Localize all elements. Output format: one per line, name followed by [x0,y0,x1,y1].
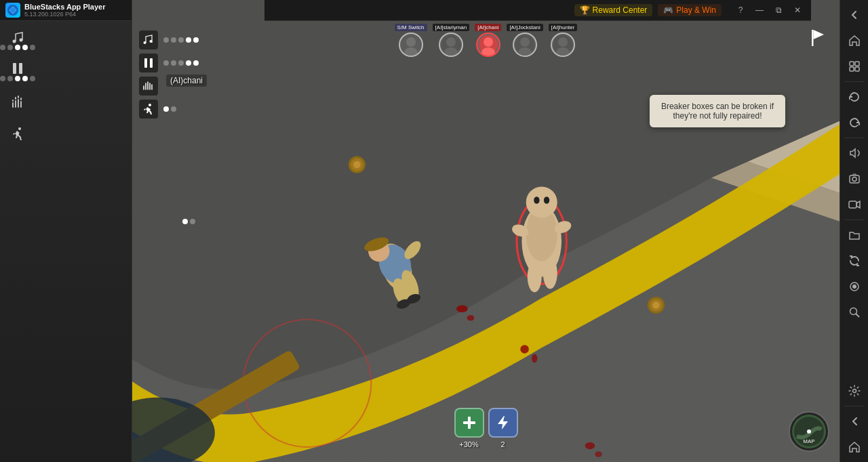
game-area: 🏆 Reward Center 🎮 Play & Win ? — ⧉ ✕ [132,0,840,462]
you-dot-inactive [190,219,195,224]
game-scene [132,0,840,462]
nav-back-button[interactable] [842,3,867,27]
back-arrow-button[interactable] [842,409,867,434]
right-sidebar [840,0,868,462]
nav-home-button[interactable] [842,28,867,53]
svg-rect-6 [19,63,22,74]
dot [30,76,35,81]
svg-point-18 [585,442,595,449]
svg-point-19 [595,451,601,457]
svg-point-83 [852,285,856,289]
divider [844,81,865,82]
volume-button[interactable] [842,141,867,165]
dot [15,76,20,81]
svg-point-16 [520,345,529,354]
dot [7,76,13,81]
svg-rect-76 [855,62,859,66]
left-title-bar: BlueStacks App Player 5.13.200.1026 P64 [0,0,132,21]
search-button[interactable] [842,300,867,324]
app-version: 5.13.200.1026 P64 [24,11,105,18]
svg-rect-78 [855,67,859,71]
help-button[interactable]: ? [732,3,749,17]
screenshot-button[interactable] [842,167,867,191]
svg-point-3 [13,40,16,43]
app-container: BlueStacks App Player 5.13.200.1026 P64 [0,0,868,462]
music-button[interactable] [3,25,33,55]
left-nav [0,21,132,152]
dot [0,45,5,50]
svg-point-4 [20,39,23,42]
svg-point-7 [18,127,21,130]
sync-button[interactable] [842,249,867,273]
svg-point-39 [534,196,539,203]
rotate-right-button[interactable] [842,110,867,135]
svg-point-40 [544,196,549,203]
folder-button[interactable] [842,223,867,247]
nav-tabs-button[interactable] [842,54,867,79]
music-dots [0,45,35,50]
svg-point-22 [353,161,360,168]
minimize-button[interactable]: — [751,3,768,17]
dot [22,45,28,50]
svg-point-43 [528,261,542,293]
svg-point-80 [852,177,856,182]
play-win-button[interactable]: 🎮 Play & Win [658,4,722,16]
dot [30,45,35,50]
play-win-label: Play & Win [676,5,716,15]
svg-rect-5 [13,63,16,74]
dot [7,45,13,50]
you-dot-active [182,219,188,224]
camera-record-button[interactable] [842,192,867,217]
reward-center-label: Reward Center [593,5,648,15]
restore-button[interactable]: ⧉ [770,3,787,17]
play-win-icon: 🎮 [663,5,673,15]
reward-icon: 🏆 [580,5,590,15]
you-dots [182,219,195,224]
main-title-bar: 🏆 Reward Center 🎮 Play & Win ? — ⧉ ✕ [264,0,811,21]
settings-button[interactable] [842,379,867,403]
window-controls: ? — ⧉ ✕ [732,3,806,17]
dot [0,76,5,81]
pause-dots [0,76,35,81]
reward-center-button[interactable]: 🏆 Reward Center [574,4,653,16]
run-button[interactable] [3,119,33,148]
svg-point-44 [543,257,557,289]
svg-point-14 [456,305,468,312]
svg-point-2 [11,8,15,12]
rotate-left-button[interactable] [842,85,867,109]
pause-button[interactable] [3,56,33,86]
macro-button[interactable] [842,274,867,299]
close-button[interactable]: ✕ [789,3,806,17]
divider-3 [844,219,865,220]
svg-point-25 [652,301,659,308]
svg-rect-81 [849,201,856,208]
svg-rect-77 [850,67,854,71]
left-sidebar: BlueStacks App Player 5.13.200.1026 P64 [0,0,132,462]
gesture-button[interactable] [3,87,33,117]
app-name: BlueStacks App Player 5.13.200.1026 P64 [24,3,105,18]
svg-rect-75 [850,62,854,66]
home-house-button[interactable] [842,435,867,459]
dot [22,76,28,81]
svg-point-38 [526,187,557,218]
divider-2 [844,138,865,138]
dot [15,45,20,50]
svg-point-17 [532,354,537,363]
bluestacks-logo [5,3,20,18]
svg-rect-79 [850,175,859,183]
svg-point-15 [467,315,474,320]
divider-4 [844,406,865,406]
app-title: BlueStacks App Player [24,3,105,11]
svg-point-85 [852,390,856,393]
